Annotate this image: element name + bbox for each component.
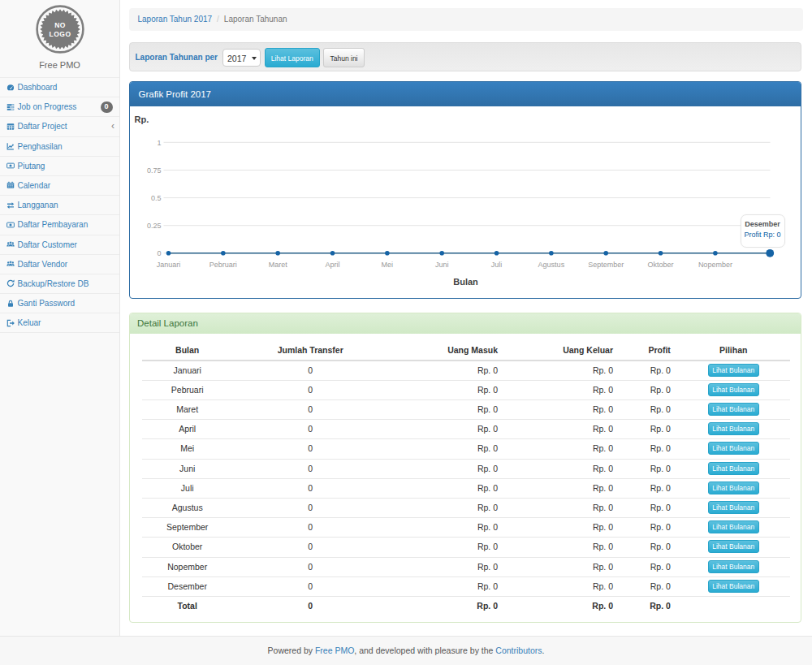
svg-text:Mei: Mei [381,261,393,269]
svg-text:Nopember: Nopember [698,261,732,269]
svg-text:September: September [588,261,624,269]
svg-text:Maret: Maret [268,261,287,269]
svg-text:Oktober: Oktober [647,261,673,269]
svg-text:Pebruari: Pebruari [209,261,236,269]
svg-text:Januari: Januari [156,261,180,269]
svg-text:0.25: 0.25 [146,222,161,230]
svg-text:Juni: Juni [434,261,448,269]
svg-text:Rp.: Rp. [134,114,149,124]
svg-text:Bulan: Bulan [453,277,478,287]
svg-text:LOGO: LOGO [49,30,71,38]
svg-text:0.5: 0.5 [150,194,161,202]
svg-text:0.75: 0.75 [146,166,161,175]
svg-text:Juli: Juli [490,261,502,269]
svg-text:NO: NO [54,21,66,29]
svg-text:0: 0 [157,249,161,257]
svg-text:Agustus: Agustus [538,261,564,269]
svg-text:April: April [325,261,339,269]
svg-text:1: 1 [157,139,161,147]
